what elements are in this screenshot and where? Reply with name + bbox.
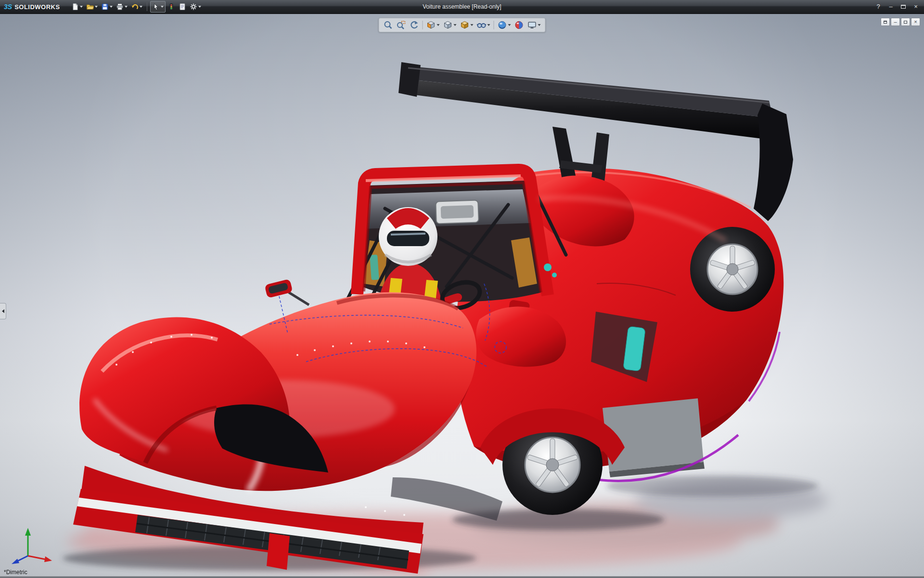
options-button[interactable]	[188, 1, 203, 13]
select-button[interactable]	[150, 1, 166, 13]
teal-accent-dot	[552, 273, 557, 277]
view-orientation-button[interactable]	[442, 19, 458, 31]
dropdown-arrow-icon[interactable]	[95, 6, 98, 8]
hide-show-items-button[interactable]	[475, 19, 492, 31]
undo-button[interactable]	[129, 1, 144, 13]
bottom-edge-strip	[0, 576, 924, 578]
zoom-to-area-button[interactable]	[395, 19, 408, 31]
new-document-button[interactable]	[70, 1, 84, 13]
select-cursor-icon	[152, 3, 160, 11]
dropdown-arrow-icon[interactable]	[538, 24, 541, 26]
edit-appearance-button[interactable]	[513, 19, 526, 31]
view-orientation-cube-icon	[443, 20, 453, 30]
titlebar: 3S SOLIDWORKS	[0, 0, 924, 14]
window-controls: ? – ×	[874, 2, 920, 11]
new-document-icon	[71, 3, 79, 11]
restore-icon	[904, 21, 907, 24]
print-button[interactable]	[115, 1, 129, 13]
doc-restore-button[interactable]	[901, 18, 910, 26]
print-icon	[116, 3, 124, 11]
view-settings-icon	[527, 20, 537, 30]
orientation-triad	[9, 524, 55, 566]
file-properties-icon	[179, 3, 186, 11]
brand-name: SOLIDWORKS	[14, 3, 60, 11]
window-title: Voiture assemblee [Read-only]	[423, 3, 501, 10]
dropdown-arrow-icon[interactable]	[471, 24, 474, 26]
wing-right-endplate	[754, 104, 793, 221]
previous-view-button[interactable]	[408, 19, 421, 31]
windshield-intake-box	[436, 200, 479, 223]
dropdown-arrow-icon[interactable]	[161, 6, 164, 8]
solidworks-window: 3S SOLIDWORKS	[0, 0, 924, 578]
edit-appearance-ball-icon	[514, 20, 524, 30]
dropdown-arrow-icon[interactable]	[488, 24, 490, 26]
file-properties-button[interactable]	[177, 1, 188, 13]
dassault-3ds-logo-icon: 3S	[4, 3, 12, 11]
dropdown-arrow-icon[interactable]	[198, 6, 201, 8]
zoom-to-fit-icon	[384, 20, 393, 30]
doc-minimize-button[interactable]: –	[891, 18, 900, 26]
chevron-left-icon	[2, 309, 4, 313]
previous-view-icon	[410, 20, 419, 30]
toolbar-separator	[147, 2, 147, 11]
section-view-button[interactable]	[425, 19, 441, 31]
left-mirror	[264, 279, 309, 305]
dropdown-arrow-icon[interactable]	[140, 6, 142, 8]
zoom-to-area-icon	[397, 20, 406, 30]
section-view-icon	[426, 20, 436, 30]
open-button[interactable]	[85, 1, 99, 13]
close-button[interactable]: ×	[911, 2, 920, 11]
open-folder-icon	[86, 3, 94, 11]
rebuild-traffic-light-icon	[167, 3, 175, 11]
toolbar-separator	[494, 21, 494, 29]
display-style-icon	[460, 20, 470, 30]
rebuild-button[interactable]	[166, 1, 177, 13]
display-style-button[interactable]	[459, 19, 475, 31]
side-sill-panel	[603, 398, 704, 472]
apply-scene-button[interactable]	[496, 19, 513, 31]
feature-manager-collapsed-tab[interactable]	[0, 303, 6, 319]
dropdown-arrow-icon[interactable]	[508, 24, 511, 26]
graphics-viewport[interactable]: – × *Dimetric	[0, 14, 924, 578]
dock-icon	[884, 21, 887, 24]
restore-icon	[901, 5, 906, 9]
document-window-controls: – ×	[881, 18, 920, 26]
3d-scene-race-car[interactable]	[0, 14, 924, 578]
hide-show-items-glasses-icon	[477, 20, 487, 30]
view-settings-button[interactable]	[526, 19, 542, 31]
toolbar-separator	[423, 21, 423, 29]
doc-dock-button[interactable]	[881, 18, 890, 26]
dropdown-arrow-icon[interactable]	[125, 6, 128, 8]
solidworks-brand: 3S SOLIDWORKS	[4, 3, 60, 11]
save-floppy-icon	[101, 3, 109, 11]
zoom-to-fit-button[interactable]	[382, 19, 395, 31]
heads-up-view-toolbar	[379, 18, 546, 32]
help-button[interactable]: ?	[874, 2, 883, 11]
dropdown-arrow-icon[interactable]	[110, 6, 113, 8]
apply-scene-sphere-icon	[498, 20, 507, 30]
options-gear-icon	[190, 3, 197, 11]
restore-button[interactable]	[899, 2, 908, 11]
teal-accent-dot	[544, 263, 552, 271]
splitter-pylon	[267, 533, 290, 570]
dropdown-arrow-icon[interactable]	[80, 6, 83, 8]
view-orientation-label: *Dimetric	[4, 569, 27, 576]
dropdown-arrow-icon[interactable]	[437, 24, 440, 26]
save-button[interactable]	[100, 1, 114, 13]
minimize-button[interactable]: –	[886, 2, 895, 11]
main-toolbar	[70, 1, 203, 13]
dropdown-arrow-icon[interactable]	[454, 24, 457, 26]
doc-close-button[interactable]: ×	[911, 18, 920, 26]
undo-arrow-icon	[131, 3, 139, 11]
